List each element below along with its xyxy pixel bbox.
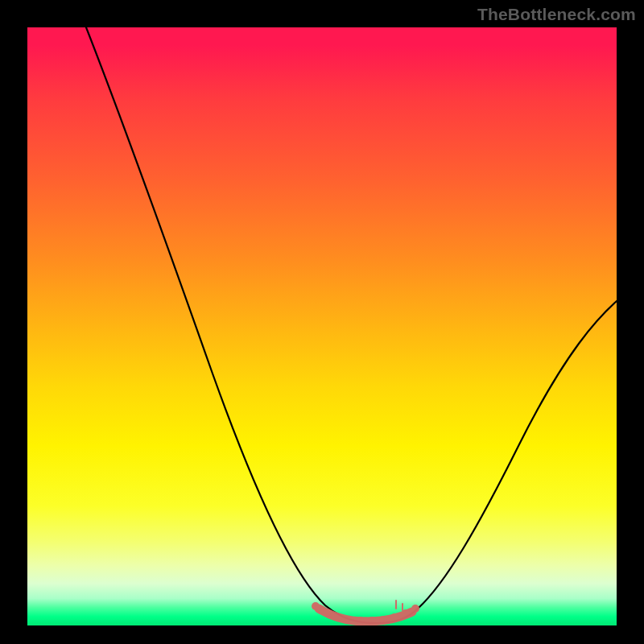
svg-point-7 bbox=[390, 613, 398, 621]
svg-point-2 bbox=[334, 613, 342, 621]
bottleneck-curve bbox=[86, 27, 617, 623]
svg-point-4 bbox=[357, 617, 365, 625]
svg-point-5 bbox=[368, 617, 376, 625]
bottom-fuzzy-band bbox=[312, 601, 419, 625]
plot-area bbox=[27, 27, 617, 625]
chart-frame: TheBottleneck.com bbox=[0, 0, 644, 644]
svg-point-3 bbox=[345, 616, 353, 624]
svg-point-6 bbox=[379, 616, 387, 624]
watermark-text: TheBottleneck.com bbox=[477, 5, 636, 24]
svg-point-9 bbox=[411, 605, 419, 613]
svg-point-1 bbox=[323, 609, 331, 617]
svg-point-0 bbox=[312, 602, 320, 610]
curve-layer bbox=[27, 27, 617, 625]
